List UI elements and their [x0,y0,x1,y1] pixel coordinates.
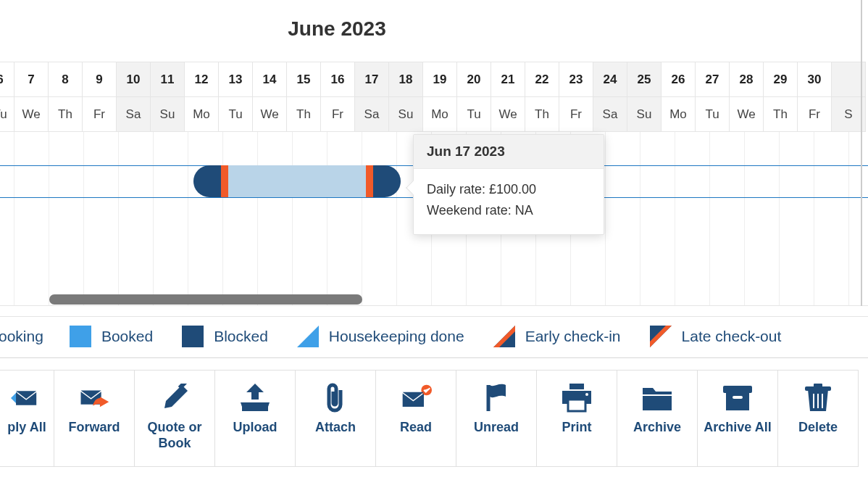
day-number-cell[interactable]: 8 [48,62,83,97]
day-number-cell[interactable]: 14 [252,62,287,97]
attach-button[interactable]: Attach [295,370,376,467]
day-number-cell[interactable]: 10 [116,62,151,97]
day-number-cell[interactable]: 17 [354,62,389,97]
tooltip-weekend-rate: Weekend rate: NA [427,200,591,221]
scrollbar-thumb[interactable] [49,294,362,305]
day-number-cell[interactable]: 21 [491,62,525,97]
print-button[interactable]: Print [536,370,617,467]
legend: ooking Booked Blocked Housekeeping done … [0,316,868,358]
tooltip-daily-rate: Daily rate: £100.00 [427,179,591,200]
calendar-column[interactable] [640,132,675,305]
day-of-week-cell: Th [48,96,83,132]
day-number-cell[interactable]: 24 [593,62,627,97]
day-number-cell[interactable]: 19 [422,62,457,97]
day-number-cell[interactable]: 12 [184,62,219,97]
calendar-column[interactable] [293,132,327,305]
calendar-column[interactable] [362,132,397,305]
calendar-header: 6789101112131415161718192021222324252627… [0,62,868,132]
day-of-week-cell: Fr [320,96,355,132]
svg-point-10 [585,393,588,396]
calendar-column[interactable] [258,132,293,305]
day-of-week-cell: We [14,96,49,132]
swatch-late [650,326,672,347]
day-number-cell[interactable]: 27 [695,62,730,97]
calendar-column[interactable] [814,132,849,305]
button-label: Archive [633,420,681,436]
day-number-cell[interactable]: 26 [661,62,696,97]
svg-rect-15 [814,384,822,387]
day-number-cell[interactable]: 9 [82,62,117,97]
calendar-column[interactable] [710,132,745,305]
legend-housekeeping: Housekeeping done [329,328,464,345]
archive-button[interactable]: Archive [617,370,698,467]
day-number-cell[interactable]: 22 [525,62,559,97]
calendar-column[interactable] [223,132,258,305]
booking-bar[interactable] [193,165,401,197]
button-label: Attach [315,420,356,436]
calendar-column[interactable] [154,132,188,305]
upload-button[interactable]: Upload [214,370,296,467]
calendar-column[interactable] [188,132,223,305]
calendar-column[interactable] [119,132,154,305]
printer-icon [561,384,593,413]
legend-early: Early check-in [525,328,621,345]
quote-button[interactable]: Quote or Book [134,370,215,467]
swatch-early [493,326,515,347]
calendar-column[interactable] [327,132,362,305]
day-number-cell[interactable]: 11 [150,62,185,97]
reply-all-button[interactable]: ply All [0,370,54,467]
calendar-column[interactable] [745,132,780,305]
read-button[interactable]: Read [375,370,456,467]
button-label: Unread [474,420,519,436]
day-of-week-cell: Su [388,96,423,132]
day-of-week-cell: Su [150,96,185,132]
day-number-cell[interactable]: 29 [763,62,798,97]
day-number-cell[interactable]: 20 [456,62,491,97]
button-label: Upload [233,420,277,436]
day-number-cell[interactable]: 6 [0,62,14,97]
day-of-week-cell: Tu [456,96,491,132]
day-number-cell[interactable]: 23 [559,62,593,97]
day-of-week-cell: Sa [116,96,151,132]
svg-rect-13 [733,396,743,399]
day-of-week-cell: Tu [695,96,730,132]
calendar-column[interactable] [675,132,710,305]
forward-button[interactable]: Forward [54,370,135,467]
calendar-column[interactable] [780,132,814,305]
legend-booked: Booked [101,328,153,345]
button-label: Delete [798,420,838,436]
calendar-column[interactable] [849,132,868,305]
day-number-cell[interactable]: 13 [218,62,253,97]
legend-booking: ooking [0,328,70,345]
calendar-column[interactable] [49,132,84,305]
button-label: Forward [68,420,120,436]
swatch-booked [70,326,91,347]
archive-all-button[interactable]: Archive All [697,370,778,467]
calendar-column[interactable] [84,132,119,305]
day-of-week-cell: Th [286,96,321,132]
svg-marker-0 [297,326,319,347]
date-tooltip: Jun 17 2023 Daily rate: £100.00 Weekend … [413,134,604,235]
delete-button[interactable]: Delete [777,370,859,467]
day-number-cell[interactable]: 18 [388,62,423,97]
day-of-week-cell: Fr [82,96,117,132]
calendar-scrollbar[interactable] [12,294,856,305]
day-number-cell[interactable]: 28 [729,62,764,97]
flag-icon [480,384,512,413]
day-number-cell[interactable]: 7 [14,62,49,97]
button-label: Archive All [704,420,771,436]
legend-late: Late check-out [682,328,782,345]
day-number-cell[interactable]: 25 [627,62,662,97]
day-of-week-cell: Th [763,96,798,132]
day-number-cell[interactable]: 30 [797,62,832,97]
day-number-cell[interactable]: 15 [286,62,321,97]
calendar-column[interactable] [14,132,49,305]
day-number-cell[interactable]: 16 [320,62,355,97]
calendar-column[interactable] [0,132,14,305]
day-of-week-cell: We [729,96,764,132]
day-of-week-cell: Sa [354,96,389,132]
unread-button[interactable]: Unread [456,370,537,467]
box-icon [722,384,754,413]
calendar-column[interactable] [606,132,640,305]
day-of-week-cell: Tu [218,96,253,132]
